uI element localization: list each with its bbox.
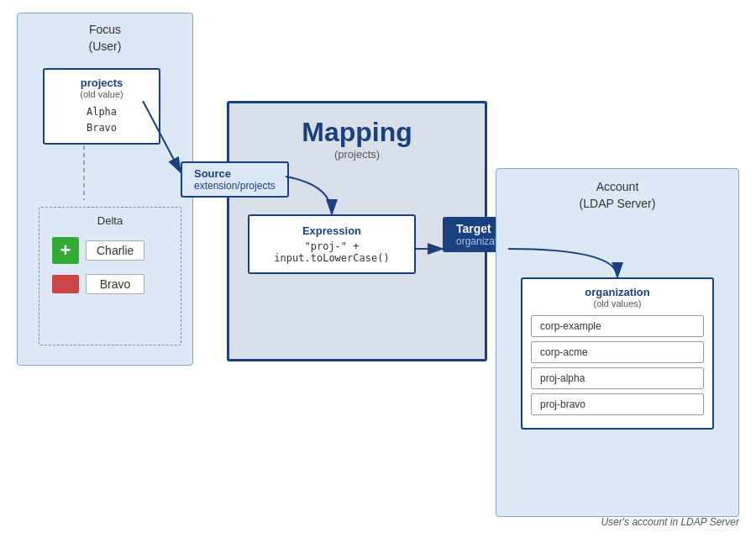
org-box: organization (old values) corp-example c… bbox=[521, 277, 714, 430]
diagram-container: Focus (User) projects (old value) Alpha … bbox=[0, 0, 756, 538]
source-value: extension/projects bbox=[194, 180, 276, 192]
projects-box-subtitle: (old value) bbox=[53, 89, 150, 99]
focus-panel-title: Focus (User) bbox=[18, 13, 192, 55]
delta-title: Delta bbox=[39, 208, 181, 227]
org-value-1: corp-example bbox=[531, 315, 704, 337]
mapping-title: Mapping bbox=[229, 103, 485, 148]
source-box: Source extension/projects bbox=[181, 161, 289, 198]
svg-rect-0 bbox=[55, 278, 76, 290]
account-title: Account (LDAP Server) bbox=[496, 169, 738, 212]
focus-panel: Focus (User) projects (old value) Alpha … bbox=[17, 13, 193, 366]
delta-add-item: + Charlie bbox=[52, 237, 168, 264]
mapping-subtitle: (projects) bbox=[229, 148, 485, 161]
projects-box: projects (old value) Alpha Bravo bbox=[43, 68, 160, 145]
delta-add-label: Charlie bbox=[86, 240, 144, 261]
projects-box-values: Alpha Bravo bbox=[53, 104, 150, 136]
expression-value: "proj-" + input.toLowerCase() bbox=[260, 240, 404, 264]
delta-remove-label: Bravo bbox=[86, 274, 144, 294]
projects-box-title: projects bbox=[53, 76, 150, 89]
source-label: Source bbox=[194, 167, 276, 180]
add-icon: + bbox=[52, 237, 79, 264]
delta-remove-item: Bravo bbox=[52, 274, 168, 294]
expression-label: Expression bbox=[260, 224, 404, 237]
org-box-subtitle: (old values) bbox=[531, 298, 704, 309]
footer-note: User's account in LDAP Server bbox=[601, 516, 739, 528]
expression-box: Expression "proj-" + input.toLowerCase() bbox=[248, 214, 416, 274]
org-value-4: proj-bravo bbox=[531, 393, 704, 415]
org-value-2: corp-acme bbox=[531, 341, 704, 363]
org-value-3: proj-alpha bbox=[531, 367, 704, 389]
org-box-title: organization bbox=[531, 286, 704, 298]
delta-box: Delta + Charlie Bravo bbox=[39, 207, 181, 345]
remove-icon bbox=[52, 275, 79, 293]
